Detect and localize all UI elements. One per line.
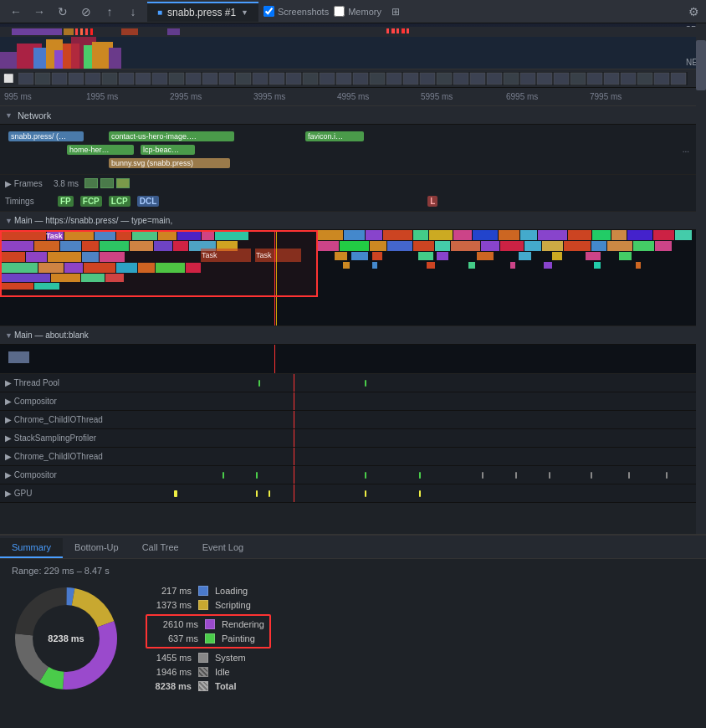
back-button[interactable]: ← <box>7 3 25 21</box>
net-bar-2[interactable]: contact-us-hero-image…. <box>109 131 234 141</box>
bottom-content: Range: 229 ms – 8.47 s <box>0 559 706 728</box>
tab-call-tree[interactable]: Call Tree <box>130 538 191 558</box>
frame-block <box>116 178 130 188</box>
stat-ms-idle: 1946 ms <box>146 667 192 677</box>
svg-rect-70 <box>116 230 131 240</box>
tab-event-log[interactable]: Event Log <box>191 538 256 558</box>
svg-rect-96 <box>38 263 64 273</box>
compositor2-tiny-7 <box>549 472 550 479</box>
svg-rect-53 <box>470 73 485 85</box>
svg-rect-36 <box>186 73 201 85</box>
chrome-child-io-content <box>139 411 701 428</box>
svg-rect-152 <box>343 262 350 269</box>
thread-pool-content <box>139 374 701 392</box>
main-thread-arrow-icon: ▼ <box>5 217 13 225</box>
svg-rect-134 <box>500 241 524 251</box>
stop-button[interactable]: ⊘ <box>77 3 95 21</box>
svg-rect-44 <box>320 73 335 85</box>
stack-sampling-content <box>139 429 701 447</box>
about-blank-header[interactable]: ▼ Main — about:blank <box>0 326 706 345</box>
screenshots-checkbox[interactable]: Screenshots <box>263 6 329 17</box>
timeline-panel: CPU <box>0 23 706 534</box>
svg-rect-118 <box>520 230 537 240</box>
svg-rect-127 <box>340 241 369 251</box>
scrollbar-thumb[interactable] <box>696 40 706 90</box>
stack-sampling-label: ▶ StackSamplingProfiler <box>5 433 139 443</box>
stat-color-rendering <box>205 619 215 629</box>
download-button[interactable]: ↓ <box>124 3 142 21</box>
net-bar-5[interactable]: lcp-beac… <box>141 145 195 155</box>
compositor-row[interactable]: ▶ Compositor <box>0 392 706 411</box>
range-label: Range: 229 ms – 8.47 s <box>12 566 694 576</box>
stat-ms-system: 1455 ms <box>146 653 192 663</box>
svg-rect-108 <box>34 283 59 290</box>
svg-rect-10 <box>109 48 121 69</box>
main-flame-chart[interactable]: Task Task <box>0 230 706 326</box>
svg-rect-124 <box>653 230 674 240</box>
memory-checkbox[interactable]: Memory <box>334 6 381 17</box>
chrome-child-io-row[interactable]: ▶ Chrome_ChildIOThread <box>0 411 706 429</box>
compositor2-tiny-5 <box>482 472 483 479</box>
tab-title[interactable]: ■ snabb.press #1 ▼ <box>147 2 258 22</box>
svg-rect-54 <box>487 73 502 85</box>
thread-pool-row[interactable]: ▶ Thread Pool <box>0 374 706 392</box>
net-bar-6[interactable]: bunny.svg (snabb.press) <box>109 158 230 168</box>
svg-rect-59 <box>570 73 586 85</box>
stack-sampling-row[interactable]: ▶ StackSamplingProfiler <box>0 429 706 448</box>
svg-rect-158 <box>594 262 601 269</box>
stat-row-scripting: 1373 ms Scripting <box>146 600 271 610</box>
upload-button[interactable]: ↑ <box>100 3 119 21</box>
net-bar-4[interactable]: home-her… <box>67 145 134 155</box>
frame-block <box>84 178 98 188</box>
svg-rect-56 <box>520 73 535 85</box>
reload-button[interactable]: ↻ <box>54 3 72 21</box>
network-arrow-icon: ▼ <box>5 111 13 120</box>
memory-icon[interactable]: ⊞ <box>386 3 405 21</box>
svg-rect-89 <box>82 252 99 262</box>
gpu-row[interactable]: ▶ GPU <box>0 484 706 503</box>
svg-rect-46 <box>353 73 368 85</box>
svg-rect-33 <box>136 73 151 85</box>
network-section-header[interactable]: ▼ Network <box>0 106 706 125</box>
compositor-content <box>139 392 701 410</box>
svg-rect-41 <box>269 73 284 85</box>
gear-icon[interactable]: ⚙ <box>688 5 699 18</box>
svg-rect-112 <box>383 230 412 240</box>
svg-rect-129 <box>387 241 412 251</box>
stat-label-painting: Painting <box>222 633 255 643</box>
svg-rect-26 <box>18 73 33 85</box>
svg-rect-58 <box>554 73 569 85</box>
svg-rect-109 <box>318 230 343 240</box>
compositor2-row[interactable]: ▶ Compositor <box>0 466 706 484</box>
rendering-painting-highlight: 2610 ms Rendering 637 ms Painting <box>146 614 271 649</box>
svg-rect-135 <box>524 241 541 251</box>
stat-label-loading: Loading <box>215 586 248 596</box>
svg-rect-102 <box>186 263 201 273</box>
stat-label-rendering: Rendering <box>222 619 264 629</box>
svg-rect-130 <box>413 241 434 251</box>
forward-button[interactable]: → <box>30 3 49 21</box>
svg-rect-105 <box>81 274 105 282</box>
compositor2-tiny-4 <box>419 472 421 479</box>
timing-dcl-badge: DCL <box>137 196 160 207</box>
svg-rect-146 <box>437 252 448 260</box>
thread-tiny-2 <box>365 380 366 387</box>
svg-rect-139 <box>607 241 632 251</box>
compositor2-label: ▶ Compositor <box>5 470 139 479</box>
svg-rect-104 <box>51 274 80 282</box>
svg-rect-116 <box>473 230 498 240</box>
red-vertical-line-4 <box>294 392 294 410</box>
svg-rect-143 <box>351 252 368 260</box>
net-bar-3[interactable]: favicon.i… <box>305 131 364 141</box>
svg-rect-148 <box>519 252 531 260</box>
svg-rect-37 <box>202 73 217 85</box>
stat-label-idle: Idle <box>215 667 230 677</box>
chrome-child-io2-row[interactable]: ▶ Chrome_ChildIOThread <box>0 448 706 466</box>
thread-tiny-1 <box>258 380 260 387</box>
svg-rect-76 <box>0 241 33 251</box>
tab-bottom-up[interactable]: Bottom-Up <box>63 538 130 558</box>
tab-dropdown-icon[interactable]: ▼ <box>241 8 248 17</box>
net-bar-1[interactable]: snabb.press/ (… <box>8 131 84 141</box>
tab-summary[interactable]: Summary <box>0 538 63 558</box>
main-thread-header[interactable]: ▼ Main — https://snabb.press/ — type=mai… <box>0 212 706 230</box>
